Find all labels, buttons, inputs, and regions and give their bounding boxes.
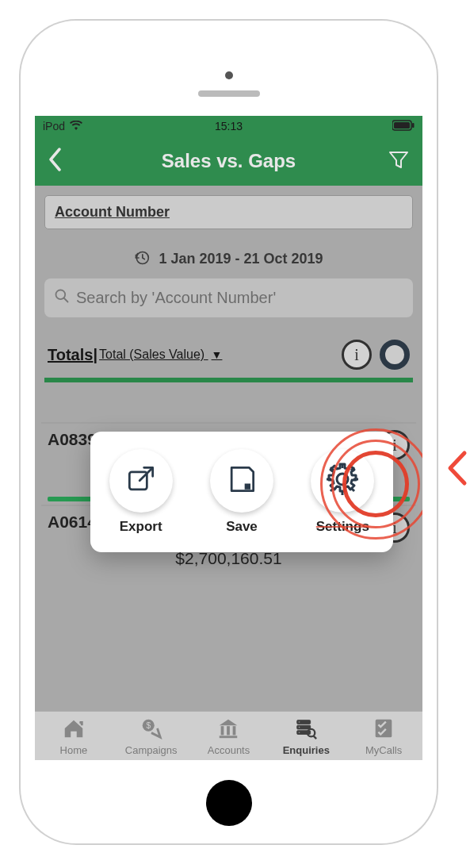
svg-rect-12 xyxy=(227,726,231,735)
filter-button[interactable] xyxy=(375,148,422,174)
export-button[interactable]: Export xyxy=(109,449,173,535)
nav-header: Sales vs. Gaps xyxy=(35,136,422,186)
tab-mycalls[interactable]: MyCalls xyxy=(345,712,422,760)
export-label: Export xyxy=(120,519,162,535)
tab-label: Home xyxy=(60,744,88,756)
battery-icon xyxy=(392,120,415,133)
home-button[interactable] xyxy=(206,780,252,826)
svg-line-22 xyxy=(314,735,317,739)
mycalls-icon xyxy=(372,716,395,743)
tab-campaigns[interactable]: $ Campaigns xyxy=(113,712,190,760)
phone-frame: iPod 15:13 Sales vs. Gaps Account Number xyxy=(21,21,437,843)
dropdown-triangle-icon: ▼ xyxy=(212,348,223,361)
app-screen: iPod 15:13 Sales vs. Gaps Account Number xyxy=(35,116,422,760)
date-range-text: 1 Jan 2019 - 21 Oct 2019 xyxy=(159,251,323,267)
svg-rect-1 xyxy=(394,122,410,129)
totals-separator: | xyxy=(93,346,97,364)
svg-rect-2 xyxy=(412,123,415,128)
account-number-label: Account Number xyxy=(55,204,170,220)
totals-sort-label: Total (Sales Value) xyxy=(99,348,204,361)
date-range-row[interactable]: 1 Jan 2019 - 21 Oct 2019 xyxy=(41,239,416,278)
home-icon xyxy=(62,716,86,743)
enquiries-icon xyxy=(294,716,318,743)
status-bar: iPod 15:13 xyxy=(35,116,422,136)
action-popup: Export Save xyxy=(90,432,393,552)
totals-header: Totals | Total (Sales Value) ▼ i xyxy=(41,317,416,378)
tab-enquiries[interactable]: Enquiries xyxy=(267,712,345,760)
totals-toggle-button[interactable] xyxy=(380,340,410,370)
info-icon: i xyxy=(392,519,397,537)
tab-label: Enquiries xyxy=(283,744,330,756)
svg-rect-7 xyxy=(245,484,250,490)
device-label: iPod xyxy=(43,120,65,133)
page-title: Sales vs. Gaps xyxy=(162,150,296,172)
accounts-icon xyxy=(216,716,240,743)
tab-label: MyCalls xyxy=(365,744,402,756)
svg-text:$: $ xyxy=(146,721,151,730)
save-button[interactable]: Save xyxy=(210,449,273,535)
save-icon xyxy=(224,462,259,500)
info-icon: i xyxy=(392,436,397,455)
tab-bar: Home $ Campaigns Accounts Enquiries xyxy=(35,711,422,760)
svg-point-20 xyxy=(299,732,300,733)
totals-label: Totals xyxy=(48,346,93,364)
tab-home[interactable]: Home xyxy=(35,712,113,760)
tab-accounts[interactable]: Accounts xyxy=(190,712,268,760)
svg-point-18 xyxy=(299,721,300,723)
settings-label: Settings xyxy=(316,519,369,535)
tab-label: Accounts xyxy=(208,744,250,756)
back-button[interactable] xyxy=(35,148,75,175)
gear-icon xyxy=(323,460,361,501)
svg-rect-14 xyxy=(220,735,238,738)
svg-point-19 xyxy=(299,726,300,728)
account-number-bar[interactable]: Account Number xyxy=(44,195,413,229)
external-pointer-icon xyxy=(445,450,468,490)
search-icon xyxy=(54,288,70,308)
totals-sort-dropdown[interactable]: Total (Sales Value) ▼ xyxy=(99,348,222,362)
wifi-icon xyxy=(70,120,82,133)
svg-point-8 xyxy=(337,474,348,485)
info-icon: i xyxy=(354,346,359,364)
save-label: Save xyxy=(226,519,258,535)
export-icon xyxy=(124,462,159,500)
tab-label: Campaigns xyxy=(125,744,178,756)
totals-progress-bar xyxy=(44,378,413,382)
totals-info-button[interactable]: i xyxy=(342,340,372,370)
svg-line-5 xyxy=(64,298,68,302)
speaker-slot xyxy=(198,90,260,97)
clock-time: 15:13 xyxy=(215,120,243,133)
settings-button[interactable]: Settings xyxy=(311,449,374,535)
svg-rect-11 xyxy=(221,726,224,735)
campaigns-icon: $ xyxy=(139,716,163,743)
history-icon xyxy=(134,251,154,267)
search-placeholder: Search by 'Account Number' xyxy=(76,289,276,307)
search-input[interactable]: Search by 'Account Number' xyxy=(44,278,413,317)
svg-rect-23 xyxy=(376,719,392,737)
svg-rect-13 xyxy=(233,726,236,735)
camera-dot xyxy=(225,71,233,79)
